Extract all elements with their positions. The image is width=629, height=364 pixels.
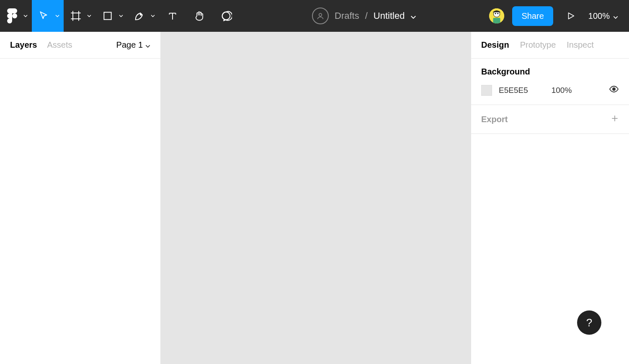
tab-layers[interactable]: Layers [10,40,37,50]
chevron-down-icon [145,40,150,50]
page-selector[interactable]: Page 1 [116,40,150,50]
toolbar-right: Share 100% [489,0,629,32]
svg-rect-5 [104,12,111,19]
shape-tool-button[interactable] [95,0,127,32]
svg-point-11 [222,12,230,20]
chevron-down-icon [119,15,123,17]
background-title: Background [481,67,619,77]
pen-icon [134,10,145,22]
background-section: Background E5E5E5 100% [471,59,629,105]
comment-tool-button[interactable] [213,0,240,32]
file-title[interactable]: Untitled [374,10,405,21]
file-title-chevron-icon[interactable] [410,10,416,21]
svg-point-18 [613,88,615,90]
tab-inspect[interactable]: Inspect [567,40,593,50]
comment-icon [220,10,232,22]
svg-point-6 [140,14,142,15]
move-tool-button[interactable] [32,0,64,32]
background-row: E5E5E5 100% [481,84,619,96]
svg-point-0 [12,13,17,18]
canvas[interactable] [161,32,471,364]
chevron-down-icon [151,15,155,17]
owner-avatar-icon[interactable] [312,8,329,24]
layers-list-empty [0,59,160,364]
frame-tool-button[interactable] [64,0,95,32]
background-hex[interactable]: E5E5E5 [499,86,528,95]
text-tool-button[interactable] [159,0,186,32]
zoom-value: 100% [588,11,610,21]
visibility-toggle[interactable] [609,84,619,96]
zoom-control[interactable]: 100% [588,11,618,21]
chevron-down-icon [55,15,59,17]
eye-icon [609,87,619,96]
tab-design[interactable]: Design [481,40,509,50]
export-section: Export [471,105,629,134]
left-panel-tabs: Layers Assets Page 1 [0,32,160,59]
right-panel: Design Prototype Inspect Background E5E5… [471,32,629,364]
background-swatch[interactable] [481,85,492,96]
help-icon: ? [586,316,592,329]
tab-assets[interactable]: Assets [47,40,72,50]
main-menu-button[interactable] [0,0,32,32]
left-panel: Layers Assets Page 1 [0,32,161,364]
help-button[interactable]: ? [577,310,601,335]
export-label: Export [481,115,508,124]
pen-tool-button[interactable] [127,0,159,32]
right-panel-tabs: Design Prototype Inspect [471,32,629,59]
text-icon [167,10,178,21]
background-opacity[interactable]: 100% [552,86,572,95]
figma-logo-icon [7,8,17,23]
svg-point-12 [319,13,322,16]
toolbar-center: Drafts / Untitled [240,8,489,24]
toolbar-left [0,0,240,32]
svg-rect-17 [493,18,500,23]
chevron-down-icon [613,11,618,21]
breadcrumb-folder[interactable]: Drafts [335,10,359,21]
share-button[interactable]: Share [512,6,553,26]
cursor-icon [39,10,49,21]
add-export-button[interactable] [611,113,619,125]
user-avatar[interactable] [489,8,505,24]
body-area: Layers Assets Page 1 Design Prototype In… [0,32,629,364]
hand-icon [193,10,205,22]
svg-point-16 [498,13,499,14]
page-selector-label: Page 1 [116,40,143,50]
svg-point-15 [495,13,496,14]
frame-icon [70,10,82,22]
chevron-down-icon [23,15,28,17]
present-button[interactable] [561,0,581,32]
breadcrumb-separator: / [365,10,368,21]
hand-tool-button[interactable] [186,0,213,32]
plus-icon [611,113,619,125]
tab-prototype[interactable]: Prototype [520,40,556,50]
chevron-down-icon [87,15,91,17]
top-toolbar: Drafts / Untitled Share 100% [0,0,629,32]
rectangle-icon [102,10,113,21]
play-icon [566,11,575,21]
